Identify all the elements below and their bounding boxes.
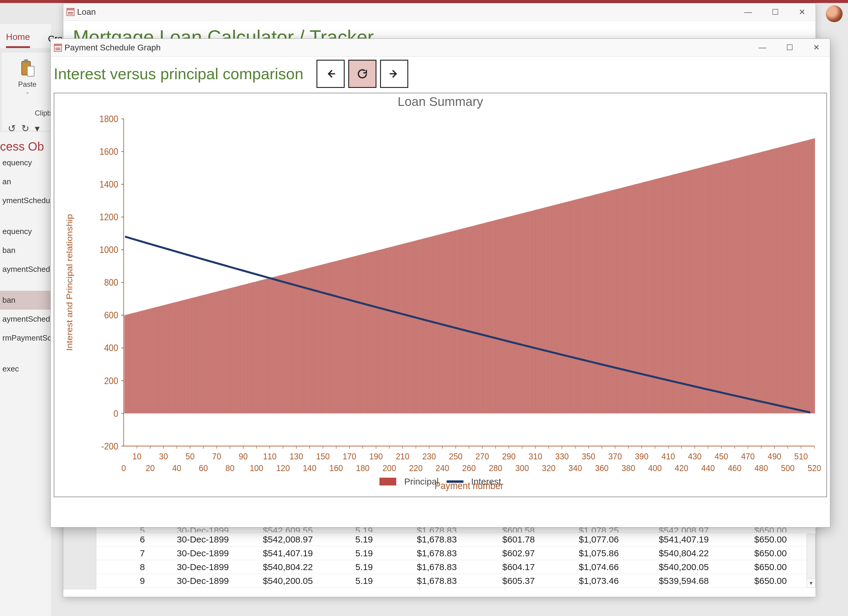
svg-rect-180 <box>178 301 179 413</box>
table-row[interactable]: 930-Dec-1899$540,200.055.19$1,678.83$605… <box>63 574 811 588</box>
svg-rect-169 <box>163 306 164 413</box>
svg-text:500: 500 <box>781 463 795 473</box>
svg-rect-493 <box>593 195 594 413</box>
nav-item[interactable]: an <box>0 172 51 191</box>
minimize-button[interactable]: — <box>735 3 762 21</box>
svg-rect-416 <box>491 221 492 413</box>
svg-rect-405 <box>476 225 477 413</box>
svg-text:330: 330 <box>555 451 569 461</box>
svg-rect-366 <box>424 238 425 413</box>
svg-rect-604 <box>741 157 742 413</box>
svg-rect-266 <box>292 272 293 413</box>
svg-text:380: 380 <box>621 463 635 473</box>
nav-item[interactable]: aymentSchedu <box>0 310 51 328</box>
svg-text:1400: 1400 <box>99 179 119 189</box>
svg-rect-331 <box>378 250 379 413</box>
svg-rect-231 <box>245 284 246 413</box>
svg-rect-399 <box>468 227 470 413</box>
nav-item[interactable]: exec <box>0 359 51 379</box>
svg-rect-329 <box>375 251 377 413</box>
svg-rect-242 <box>260 281 261 413</box>
svg-rect-271 <box>298 271 299 413</box>
svg-rect-317 <box>359 255 360 413</box>
svg-rect-440 <box>523 213 524 413</box>
svg-rect-202 <box>207 294 208 413</box>
paste-button[interactable]: Paste ⌄ <box>2 58 53 95</box>
svg-rect-407 <box>479 224 480 413</box>
svg-rect-229 <box>243 285 244 413</box>
svg-rect-578 <box>706 166 707 413</box>
svg-rect-263 <box>288 273 289 413</box>
svg-text:510: 510 <box>794 451 808 461</box>
table-row[interactable]: 730-Dec-1899$541,407.195.19$1,678.83$602… <box>63 546 811 560</box>
nav-item[interactable]: equency <box>0 153 51 172</box>
svg-rect-623 <box>766 151 767 413</box>
svg-rect-373 <box>434 236 435 413</box>
svg-rect-194 <box>196 297 197 413</box>
svg-rect-508 <box>613 190 614 413</box>
svg-rect-627 <box>771 150 772 413</box>
svg-rect-577 <box>705 166 706 413</box>
svg-rect-624 <box>767 150 768 413</box>
svg-rect-490 <box>589 196 590 413</box>
table-row[interactable]: 630-Dec-1899$542,008.975.19$1,678.83$601… <box>63 533 811 546</box>
svg-rect-260 <box>284 274 285 413</box>
scroll-down-icon[interactable]: ▼ <box>807 579 815 588</box>
svg-rect-647 <box>798 142 799 413</box>
refresh-button[interactable] <box>348 60 377 88</box>
svg-rect-444 <box>528 212 529 413</box>
svg-rect-598 <box>733 159 734 413</box>
table-scrollbar[interactable]: ▼ <box>806 534 815 588</box>
svg-rect-283 <box>314 266 316 413</box>
maximize-button[interactable]: ☐ <box>776 39 803 56</box>
svg-rect-571 <box>697 168 698 413</box>
table-row[interactable]: 830-Dec-1899$540,804.225.19$1,678.83$604… <box>63 560 811 574</box>
svg-rect-344 <box>395 246 397 413</box>
svg-rect-147 <box>134 313 135 413</box>
svg-rect-199 <box>203 295 204 413</box>
payment-table[interactable]: 530-Dec-1899$542,609.555.19$1,678.83$600… <box>63 525 811 589</box>
nav-item[interactable]: ban <box>0 241 51 260</box>
table-row[interactable]: 1030-Dec-1899$539,594.685.19$1,678.83$60… <box>63 588 811 589</box>
tab-home[interactable]: Home <box>6 32 30 48</box>
svg-rect-478 <box>573 200 574 413</box>
svg-rect-467 <box>559 204 560 413</box>
nav-item[interactable]: equency <box>0 222 51 241</box>
svg-rect-241 <box>259 281 260 413</box>
svg-rect-219 <box>229 288 230 413</box>
form-icon <box>54 43 62 52</box>
user-avatar[interactable] <box>826 5 843 22</box>
prev-button[interactable] <box>316 60 345 88</box>
svg-rect-406 <box>478 225 479 413</box>
svg-rect-340 <box>390 247 391 413</box>
form-icon <box>66 8 75 16</box>
svg-rect-516 <box>624 187 625 413</box>
maximize-button[interactable]: ☐ <box>762 3 789 21</box>
loan-titlebar[interactable]: Loan — ☐ ✕ <box>63 3 815 21</box>
close-button[interactable]: ✕ <box>803 39 830 56</box>
svg-rect-654 <box>807 140 808 413</box>
svg-rect-396 <box>464 228 466 413</box>
graph-titlebar[interactable]: Payment Schedule Graph — ☐ ✕ <box>51 39 830 57</box>
svg-rect-650 <box>802 142 803 413</box>
close-button[interactable]: ✕ <box>789 3 815 21</box>
chart-legend: Principal Interest <box>54 473 826 491</box>
svg-rect-154 <box>143 310 144 413</box>
next-button[interactable] <box>380 60 408 88</box>
svg-rect-498 <box>600 193 601 413</box>
nav-item[interactable]: aymentSchedu <box>0 260 51 279</box>
svg-rect-651 <box>803 141 804 413</box>
svg-rect-484 <box>581 198 583 413</box>
svg-rect-191 <box>192 298 193 413</box>
nav-item[interactable]: rmPaymentSch <box>0 328 51 347</box>
svg-rect-291 <box>325 264 326 413</box>
nav-item[interactable]: ymentSchedul <box>0 191 51 210</box>
svg-rect-149 <box>136 312 138 413</box>
svg-text:360: 360 <box>595 463 609 473</box>
svg-text:150: 150 <box>316 451 330 461</box>
svg-rect-652 <box>805 141 806 413</box>
svg-rect-218 <box>228 289 229 413</box>
svg-rect-566 <box>690 170 691 413</box>
nav-item[interactable]: ban <box>0 291 51 310</box>
minimize-button[interactable]: — <box>749 39 776 56</box>
